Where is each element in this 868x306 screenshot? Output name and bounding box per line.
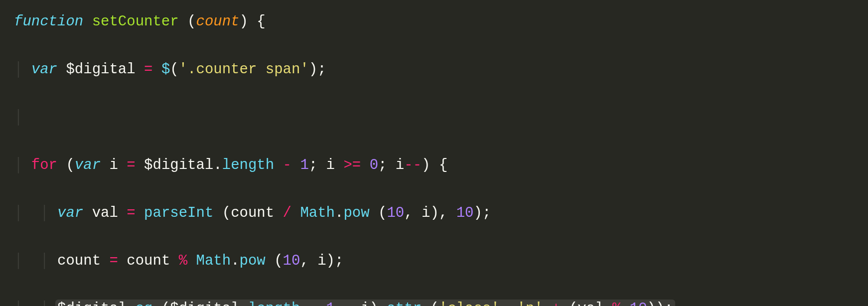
op-gte: >=: [343, 157, 361, 173]
paren-open: (: [187, 13, 196, 30]
paren-open: (: [378, 205, 387, 221]
string-selector: '.counter span': [179, 61, 309, 78]
op-divide: /: [283, 205, 291, 221]
code-line: │ for (var i = $digital.length - 1; i >=…: [14, 153, 868, 177]
code-line: │ var $digital = $('.counter span');: [14, 58, 868, 82]
semicolon: ;: [664, 301, 673, 306]
var-count: count: [231, 205, 274, 221]
highlighted-code: $digital.eq ($digital.length - 1 - i).at…: [55, 300, 675, 306]
op-decrement: --: [404, 157, 422, 173]
paren-close: ): [370, 301, 378, 306]
paren-close: ): [240, 13, 248, 30]
paren-close: ): [422, 157, 430, 173]
dot: .: [231, 253, 239, 269]
var-i: i: [326, 157, 335, 173]
fn-pow: pow: [240, 253, 266, 269]
paren-close: ): [647, 301, 656, 306]
dot: .: [335, 205, 343, 221]
paren-close: ): [326, 253, 335, 269]
code-line: │ │ var val = parseInt (count / Math.pow…: [14, 201, 868, 225]
number-10: 10: [283, 253, 300, 269]
string-class: 'class': [439, 301, 500, 306]
paren-open: (: [274, 253, 283, 269]
obj-math: Math: [196, 253, 231, 269]
op-assign: =: [144, 61, 152, 78]
op-mod: %: [179, 253, 187, 269]
var-i: i: [109, 157, 118, 173]
comma: ,: [500, 301, 508, 306]
paren-open: (: [170, 61, 178, 78]
var-i: i: [361, 301, 369, 306]
paren-open: (: [222, 205, 231, 221]
jquery-fn: $: [161, 61, 170, 78]
var-count: count: [57, 253, 101, 269]
fn-eq: eq: [136, 301, 153, 306]
dot: .: [213, 157, 222, 173]
op-mod: %: [612, 301, 621, 306]
indent-guide: │: [40, 301, 48, 306]
indent-guide: │: [40, 205, 48, 221]
indent-guide: │: [14, 253, 22, 269]
paren-open: (: [430, 301, 438, 306]
semicolon: ;: [317, 61, 326, 78]
prop-length: length: [248, 301, 300, 306]
function-name: setCounter: [92, 13, 179, 30]
brace-open: {: [439, 157, 447, 173]
paren-open: (: [569, 301, 578, 306]
op-assign: =: [109, 253, 118, 269]
keyword-var: var: [75, 157, 101, 173]
paren-close: ): [309, 61, 317, 78]
indent-guide: │: [14, 301, 22, 306]
code-line-highlighted: │ │ $digital.eq ($digital.length - 1 - i…: [14, 297, 868, 306]
dot: .: [127, 301, 135, 306]
fn-pow: pow: [343, 205, 369, 221]
op-minus: -: [309, 301, 317, 306]
paren-open: (: [161, 301, 170, 306]
indent-guide: │: [14, 205, 22, 221]
indent-guide: │: [40, 253, 48, 269]
fn-attr: attr: [387, 301, 422, 306]
paren-open: (: [66, 157, 74, 173]
var-count: count: [127, 253, 170, 269]
var-val: val: [578, 301, 603, 306]
fn-parseint: parseInt: [144, 205, 213, 221]
keyword-var: var: [57, 205, 83, 221]
paren-close: ): [474, 205, 482, 221]
code-editor[interactable]: function setCounter (count) { │ var $dig…: [0, 0, 868, 306]
number-10: 10: [387, 205, 404, 221]
keyword-var: var: [31, 61, 57, 78]
op-assign: =: [127, 205, 135, 221]
number-10: 10: [630, 301, 647, 306]
var-i: i: [317, 253, 326, 269]
var-digital: $digital: [170, 301, 239, 306]
obj-math: Math: [300, 205, 335, 221]
semicolon: ;: [309, 157, 317, 173]
var-digital: $digital: [144, 157, 213, 173]
code-line-blank: │: [14, 106, 868, 130]
code-line: │ │ count = count % Math.pow (10, i);: [14, 249, 868, 273]
op-minus: -: [343, 301, 352, 306]
var-val: val: [92, 205, 118, 221]
comma: ,: [404, 205, 413, 221]
paren-close: ): [430, 205, 438, 221]
semicolon: ;: [482, 205, 491, 221]
indent-guide: │: [14, 109, 22, 126]
var-digital: $digital: [57, 301, 127, 306]
keyword-function: function: [14, 13, 83, 30]
semicolon: ;: [378, 157, 387, 173]
var-i: i: [422, 205, 430, 221]
op-minus: -: [283, 157, 291, 173]
dot: .: [240, 301, 248, 306]
string-n: 'n': [517, 301, 543, 306]
number-1: 1: [326, 301, 335, 306]
op-assign: =: [127, 157, 135, 173]
semicolon: ;: [335, 253, 343, 269]
prop-length: length: [222, 157, 274, 173]
code-line: function setCounter (count) {: [14, 10, 868, 34]
comma: ,: [439, 205, 447, 221]
paren-close: ): [656, 301, 664, 306]
op-plus: +: [552, 301, 560, 306]
number-0: 0: [370, 157, 378, 173]
keyword-for: for: [31, 157, 57, 173]
brace-open: {: [257, 13, 265, 30]
